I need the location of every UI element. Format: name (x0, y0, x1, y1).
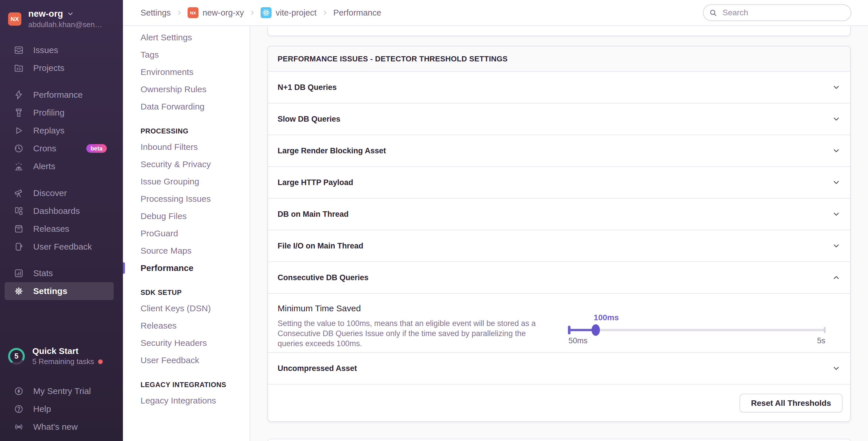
panel-header: PERFORMANCE ISSUES - DETECTOR THRESHOLD … (268, 46, 850, 72)
lightning-icon (14, 90, 24, 100)
lightning-circle-icon (14, 386, 24, 396)
main-sidebar: NX new-org abdullah.khan@sen… Issues Pro… (0, 0, 123, 441)
beta-badge: beta (86, 144, 107, 153)
sidebar-item-label: Performance (33, 90, 83, 100)
chevron-right-icon (322, 9, 328, 16)
chevron-down-icon (832, 364, 841, 373)
sidebar-item-user-feedback[interactable]: User Feedback (0, 238, 123, 256)
quick-start[interactable]: 5 Quick Start 5 Remaining tasks (0, 346, 123, 366)
sidebar-item-help[interactable]: Help (0, 400, 123, 418)
sidebar-footer: 5 Quick Start 5 Remaining tasks My Sentr… (0, 346, 123, 436)
accordion-row-uncompressed-asset[interactable]: Uncompressed Asset (268, 353, 850, 384)
settings-nav-ownership-rules[interactable]: Ownership Rules (123, 81, 250, 98)
sidebar-item-issues[interactable]: Issues (0, 41, 123, 59)
org-name: new-org (28, 9, 63, 19)
breadcrumb-project[interactable]: vite-project (260, 7, 316, 18)
breadcrumb: Settings NX new-org-xy vite-project Perf… (141, 7, 381, 18)
flashlight-icon (14, 108, 24, 117)
settings-nav-proguard[interactable]: ProGuard (123, 225, 250, 242)
detector-threshold-panel: PERFORMANCE ISSUES - DETECTOR THRESHOLD … (268, 46, 851, 422)
sidebar-item-releases[interactable]: Releases (0, 220, 123, 238)
accordion-row-n-plus-one-db-queries[interactable]: N+1 DB Queries (268, 72, 850, 103)
accordion-row-slow-db-queries[interactable]: Slow DB Queries (268, 103, 850, 135)
settings-nav-releases[interactable]: Releases (123, 317, 250, 334)
sidebar-nav: Issues Projects Performance Profiling Re… (0, 41, 123, 300)
reset-all-thresholds-button[interactable]: Reset All Thresholds (740, 394, 843, 412)
slider-thumb[interactable] (592, 324, 600, 336)
sidebar-item-label: Discover (33, 188, 67, 198)
settings-nav-processing-issues[interactable]: Processing Issues (123, 190, 250, 207)
sidebar-item-projects[interactable]: Projects (0, 59, 123, 77)
settings-nav-performance[interactable]: Performance (123, 260, 250, 277)
slider-track[interactable]: 100ms 50ms 5s (568, 329, 825, 331)
chevron-down-icon (832, 115, 841, 123)
quick-start-title: Quick Start (32, 346, 103, 356)
accordion-row-large-http-payload[interactable]: Large HTTP Payload (268, 167, 850, 199)
settings-nav-alert-settings[interactable]: Alert Settings (123, 29, 250, 46)
accordion-row-consecutive-db-queries[interactable]: Consecutive DB Queries (268, 262, 850, 294)
breadcrumb-organization[interactable]: NX new-org-xy (188, 7, 244, 18)
top-bar: Settings NX new-org-xy vite-project Perf… (123, 0, 868, 26)
accordion-row-file-io-on-main-thread[interactable]: File I/O on Main Thread (268, 230, 850, 262)
sidebar-item-label: Projects (33, 63, 64, 73)
settings-nav-user-feedback[interactable]: User Feedback (123, 352, 250, 369)
sidebar-item-stats[interactable]: Stats (0, 264, 123, 282)
settings-nav-group-sdk-setup: SDK SETUP (123, 285, 250, 300)
sidebar-item-label: Profiling (33, 108, 64, 117)
slider-min-label: 50ms (568, 336, 588, 345)
sidebar-item-alerts[interactable]: Alerts (0, 157, 123, 175)
min-time-saved-slider: 100ms 50ms 5s (568, 329, 825, 331)
settings-nav-issue-grouping[interactable]: Issue Grouping (123, 173, 250, 190)
field-title: Minimum Time Saved (278, 304, 361, 313)
org-switcher[interactable]: NX new-org abdullah.khan@sen… (0, 0, 123, 34)
settings-nav-source-maps[interactable]: Source Maps (123, 242, 250, 260)
settings-nav-security-headers[interactable]: Security Headers (123, 334, 250, 352)
sidebar-item-settings[interactable]: Settings (5, 282, 114, 300)
sidebar-item-label: Crons (33, 143, 56, 154)
sidebar-item-profiling[interactable]: Profiling (0, 104, 123, 122)
settings-nav-tags[interactable]: Tags (123, 46, 250, 63)
sidebar-item-label: Releases (33, 224, 69, 234)
sidebar-divider (0, 175, 123, 184)
search-box (703, 4, 851, 21)
broadcast-icon (14, 422, 24, 432)
settings-nav-client-keys[interactable]: Client Keys (DSN) (123, 300, 250, 317)
sidebar-item-crons[interactable]: Crons beta (0, 139, 123, 157)
settings-nav-legacy-integrations[interactable]: Legacy Integrations (123, 392, 250, 409)
bar-chart-icon (14, 268, 24, 278)
sidebar-divider (0, 256, 123, 264)
settings-nav-security-privacy[interactable]: Security & Privacy (123, 156, 250, 173)
chevron-down-icon (67, 10, 74, 18)
sidebar-item-performance[interactable]: Performance (0, 86, 123, 104)
sidebar-item-replays[interactable]: Replays (0, 122, 123, 139)
folder-code-icon (14, 63, 24, 73)
accordion-row-db-on-main-thread[interactable]: DB on Main Thread (268, 199, 850, 230)
settings-nav-data-forwarding[interactable]: Data Forwarding (123, 98, 250, 115)
sidebar-item-whats-new[interactable]: What's new (0, 418, 123, 436)
settings-nav-environments[interactable]: Environments (123, 63, 250, 81)
breadcrumb-settings[interactable]: Settings (141, 8, 171, 18)
quick-start-count: 5 (10, 350, 23, 363)
settings-nav-group-processing: PROCESSING (123, 124, 250, 138)
chevron-right-icon (176, 9, 182, 16)
sidebar-item-dashboards[interactable]: Dashboards (0, 202, 123, 220)
settings-nav-inbound-filters[interactable]: Inbound Filters (123, 138, 250, 156)
settings-nav-group-legacy-integrations: LEGACY INTEGRATIONS (123, 378, 250, 392)
sidebar-item-label: Alerts (33, 161, 55, 171)
slider-value-label: 100ms (594, 313, 619, 322)
search-input[interactable] (703, 4, 851, 21)
chevron-down-icon (832, 146, 841, 155)
sidebar-item-label: Dashboards (33, 206, 80, 216)
sidebar-item-discover[interactable]: Discover (0, 184, 123, 202)
panel-title: PERFORMANCE ISSUES - DETECTOR THRESHOLD … (278, 55, 507, 63)
sidebar-item-label: User Feedback (33, 242, 92, 251)
chevron-down-icon (832, 210, 841, 218)
gear-icon (14, 286, 24, 296)
settings-nav-debug-files[interactable]: Debug Files (123, 207, 250, 225)
sidebar-item-label: My Sentry Trial (33, 386, 91, 396)
breadcrumb-performance[interactable]: Performance (333, 8, 381, 18)
slider-max-tick (824, 327, 826, 333)
sidebar-item-my-sentry-trial[interactable]: My Sentry Trial (0, 382, 123, 400)
accordion-row-large-render-blocking-asset[interactable]: Large Render Blocking Asset (268, 135, 850, 167)
dashboard-grid-icon (14, 206, 24, 216)
